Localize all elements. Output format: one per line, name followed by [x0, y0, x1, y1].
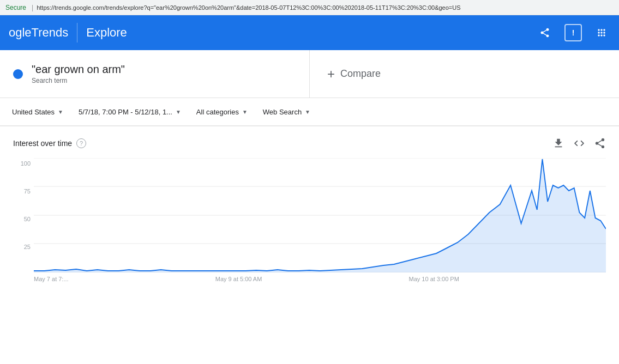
browser-bar: Secure | https://trends.google.com/trend… — [0, 0, 619, 15]
x-axis-labels: May 7 at 7:... May 9 at 5:00 AM May 10 a… — [34, 275, 606, 282]
secure-label: Secure — [5, 4, 26, 11]
region-label: United States — [12, 108, 55, 116]
share-chart-icon[interactable] — [594, 137, 606, 149]
x-label-may9: May 9 at 5:00 AM — [215, 276, 262, 282]
y-axis: 100 75 50 25 — [13, 158, 34, 282]
logo-trends-text: Trends — [32, 26, 69, 40]
search-area: "ear grown on arm" Search term + Compare — [0, 50, 619, 98]
region-arrow-icon: ▼ — [58, 109, 63, 115]
y-label-25: 25 — [24, 244, 31, 250]
compare-block[interactable]: + Compare — [310, 50, 619, 98]
date-filter[interactable]: 5/7/18, 7:00 PM - 5/12/18, 1... ▼ — [73, 105, 187, 119]
share-icon[interactable] — [536, 24, 554, 41]
search-term-block: "ear grown on arm" Search term — [0, 50, 310, 98]
logo: ogle Trends — [9, 26, 68, 40]
feedback-icon[interactable]: ! — [564, 24, 582, 41]
chart-title: Interest over time — [13, 139, 72, 148]
chart-header: Interest over time ? — [13, 137, 606, 149]
search-term-text[interactable]: "ear grown on arm" — [32, 63, 125, 76]
search-dot — [13, 69, 23, 79]
search-type-label: Web Search — [263, 108, 302, 116]
chart-with-axes: 100 75 50 25 May 7 at 7:... M — [13, 158, 606, 282]
y-label-50: 50 — [24, 216, 31, 222]
categories-filter[interactable]: All categories ▼ — [191, 105, 253, 119]
x-label-may10: May 10 at 3:00 PM — [409, 276, 459, 282]
search-type-arrow-icon: ▼ — [305, 109, 310, 115]
y-label-75: 75 — [24, 188, 31, 195]
header-divider — [77, 23, 77, 43]
x-label-may7: May 7 at 7:... — [34, 276, 69, 282]
url-bar: https://trends.google.com/trends/explore… — [37, 4, 460, 11]
chart-title-area: Interest over time ? — [13, 138, 86, 148]
download-icon[interactable] — [552, 137, 564, 149]
svg-marker-5 — [34, 159, 606, 272]
categories-arrow-icon: ▼ — [242, 109, 248, 115]
help-icon[interactable]: ? — [76, 138, 86, 148]
logo-google-text: ogle — [9, 26, 32, 40]
search-term-info: "ear grown on arm" Search term — [32, 63, 125, 84]
trend-chart-svg — [34, 158, 606, 272]
region-filter[interactable]: United States ▼ — [7, 105, 69, 119]
y-label-100: 100 — [21, 160, 31, 167]
help-label: ? — [80, 140, 83, 147]
chart-actions — [552, 137, 606, 149]
search-term-label: Search term — [32, 77, 125, 84]
apps-icon[interactable] — [593, 24, 610, 41]
chart-area: May 7 at 7:... May 9 at 5:00 AM May 10 a… — [34, 158, 606, 282]
filter-bar: United States ▼ 5/7/18, 7:00 PM - 5/12/1… — [0, 98, 619, 126]
feedback-label: ! — [572, 28, 575, 37]
embed-icon[interactable] — [573, 137, 585, 149]
date-arrow-icon: ▼ — [176, 109, 181, 115]
chart-section: Interest over time ? — [0, 126, 619, 282]
header-icons: ! — [536, 24, 610, 41]
google-trends-header: ogle Trends Explore ! — [0, 15, 619, 50]
compare-plus-icon: + — [327, 66, 335, 82]
search-type-filter[interactable]: Web Search ▼ — [257, 105, 316, 119]
compare-label: Compare — [340, 68, 381, 80]
date-label: 5/7/18, 7:00 PM - 5/12/18, 1... — [79, 108, 172, 116]
categories-label: All categories — [196, 108, 239, 116]
explore-label: Explore — [86, 26, 127, 40]
